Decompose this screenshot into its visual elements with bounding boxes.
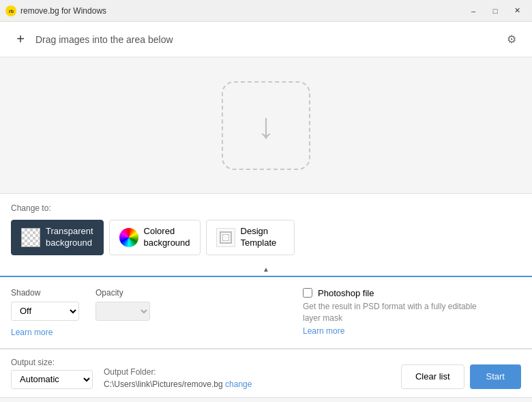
output-size-group: Output size: Automatic — [11, 358, 93, 389]
settings-row: Shadow Off Learn more Opacity Photoshop … — [11, 288, 521, 337]
change-to-label: Change to: — [11, 203, 521, 213]
window-controls: – □ ✕ — [464, 4, 527, 18]
output-folder-label: Output Folder: — [104, 367, 390, 377]
transparent-bg-icon — [21, 228, 40, 247]
background-options: Transparentbackground Coloredbackground … — [11, 220, 521, 263]
colored-bg-icon — [119, 228, 138, 247]
drop-zone[interactable]: ↓ — [0, 57, 532, 194]
app-title: remove.bg for Windows — [20, 6, 464, 16]
photoshop-checkbox-row: Photoshop file — [303, 288, 521, 298]
settings-button[interactable]: ⚙ — [502, 30, 521, 49]
photoshop-section: Photoshop file Get the result in PSD for… — [303, 288, 521, 336]
chevron-up-icon: ▲ — [263, 265, 269, 273]
opacity-select[interactable] — [95, 302, 150, 321]
shadow-label: Shadow — [11, 288, 79, 298]
photoshop-checkbox[interactable] — [303, 288, 312, 298]
start-button[interactable]: Start — [470, 364, 521, 389]
output-folder-group: Output Folder: C:\Users\link\Pictures/re… — [104, 367, 390, 389]
transparent-bg-label: Transparentbackground — [46, 226, 93, 249]
svg-text:rb: rb — [9, 9, 14, 14]
photoshop-description: Get the result in PSD format with a full… — [303, 301, 494, 324]
settings-panel: Shadow Off Learn more Opacity Photoshop … — [0, 277, 532, 349]
minimize-button[interactable]: – — [464, 4, 483, 18]
app-icon: rb — [5, 5, 16, 16]
colored-bg-option[interactable]: Coloredbackground — [109, 220, 201, 255]
main-toolbar: + Drag images into the area below ⚙ — [0, 22, 532, 57]
clear-list-button[interactable]: Clear list — [401, 364, 464, 389]
folder-path-text: C:\Users\link\Pictures/remove.bg — [104, 379, 223, 389]
folder-path: C:\Users\link\Pictures/remove.bg change — [104, 379, 390, 389]
design-icon-inner — [220, 231, 232, 244]
opacity-label: Opacity — [95, 288, 150, 298]
drop-box: ↓ — [222, 81, 310, 170]
bottom-controls: Output size: Automatic Output Folder: C:… — [11, 358, 521, 389]
toolbar-title: Drag images into the area below — [35, 34, 502, 45]
colored-bg-label: Coloredbackground — [144, 226, 190, 249]
shadow-select[interactable]: Off — [11, 302, 79, 321]
status-bar: 0 files, Transparent bg, Output format: … — [0, 397, 532, 402]
photoshop-label: Photoshop file — [318, 288, 374, 298]
close-button[interactable]: ✕ — [507, 4, 527, 18]
photoshop-learn-more[interactable]: Learn more — [303, 326, 521, 336]
drop-arrow-icon: ↓ — [257, 108, 275, 143]
output-size-select[interactable]: Automatic — [11, 370, 93, 389]
output-size-label: Output size: — [11, 358, 93, 367]
title-bar: rb remove.bg for Windows – □ ✕ — [0, 0, 532, 22]
collapse-bar[interactable]: ▲ — [0, 263, 532, 277]
opacity-group: Opacity — [95, 288, 150, 321]
shadow-learn-more[interactable]: Learn more — [11, 328, 79, 337]
design-template-option[interactable]: DesignTemplate — [206, 220, 295, 255]
transparent-bg-option[interactable]: Transparentbackground — [11, 220, 104, 255]
folder-change-link[interactable]: change — [225, 379, 252, 389]
action-buttons: Clear list Start — [401, 364, 521, 389]
shadow-group: Shadow Off Learn more — [11, 288, 79, 337]
bottom-bar: Output size: Automatic Output Folder: C:… — [0, 349, 532, 397]
design-template-label: DesignTemplate — [241, 226, 277, 249]
add-images-button[interactable]: + — [11, 30, 30, 49]
design-template-icon — [216, 228, 235, 247]
change-to-section: Change to: Transparentbackground Colored… — [0, 194, 532, 263]
restore-button[interactable]: □ — [486, 4, 505, 18]
